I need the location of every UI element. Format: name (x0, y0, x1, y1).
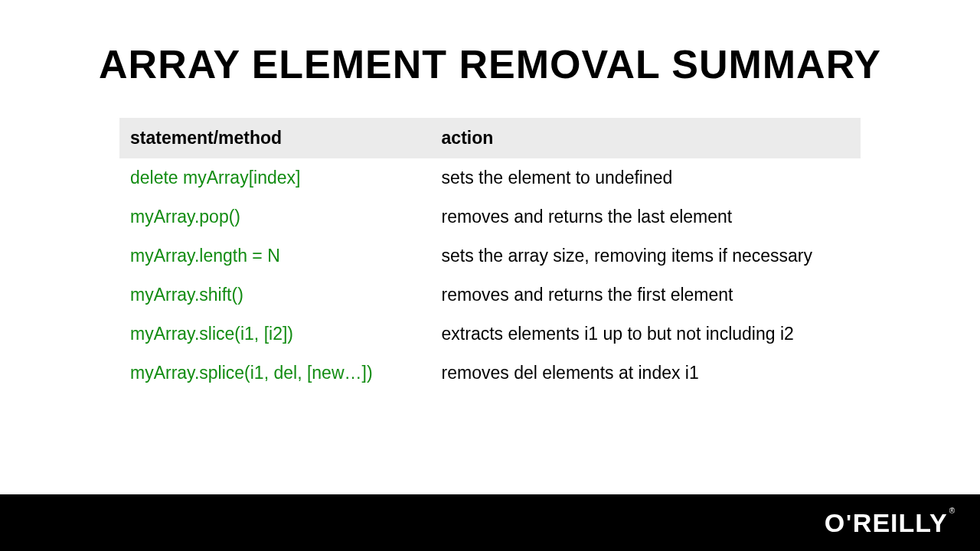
header-action: action (431, 118, 861, 158)
action-cell: removes and returns the first element (431, 276, 861, 315)
action-cell: sets the element to undefined (431, 158, 861, 197)
oreilly-logo: O'REILLY® (825, 508, 956, 538)
action-cell: removes del elements at index i1 (431, 354, 861, 393)
method-cell: myArray.shift() (119, 276, 431, 315)
method-cell: myArray.slice(i1, [i2]) (119, 315, 431, 354)
summary-table: statement/method action delete myArray[i… (119, 118, 861, 393)
table-row: myArray.pop() removes and returns the la… (119, 197, 861, 236)
table-row: myArray.slice(i1, [i2]) extracts element… (119, 315, 861, 354)
method-cell: myArray.pop() (119, 197, 431, 236)
header-statement-method: statement/method (119, 118, 431, 158)
table-header-row: statement/method action (119, 118, 861, 158)
table-row: myArray.splice(i1, del, [new…]) removes … (119, 354, 861, 393)
table-container: statement/method action delete myArray[i… (119, 118, 861, 393)
table-row: myArray.length = N sets the array size, … (119, 236, 861, 276)
method-cell: myArray.splice(i1, del, [new…]) (119, 354, 431, 393)
footer-bar: O'REILLY® (0, 494, 980, 551)
method-cell: myArray.length = N (119, 236, 431, 276)
action-cell: sets the array size, removing items if n… (431, 236, 861, 276)
action-cell: extracts elements i1 up to but not inclu… (431, 315, 861, 354)
table-row: delete myArray[index] sets the element t… (119, 158, 861, 197)
slide-container: ARRAY ELEMENT REMOVAL SUMMARY statement/… (0, 0, 980, 551)
action-cell: removes and returns the last element (431, 197, 861, 236)
method-cell: delete myArray[index] (119, 158, 431, 197)
slide-title: ARRAY ELEMENT REMOVAL SUMMARY (0, 0, 980, 118)
table-row: myArray.shift() removes and returns the … (119, 276, 861, 315)
